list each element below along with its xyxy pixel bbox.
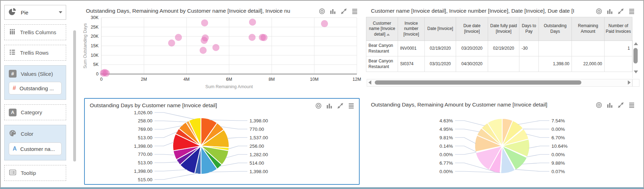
pie-label-leader [455,138,476,144]
menu-icon[interactable] [628,8,635,15]
values-field-chip[interactable]: # Outstanding ... [9,82,62,94]
vertical-scroll-thumb[interactable] [633,48,638,63]
pie-panel-percent: Outstanding Days, Remaining Amount by Cu… [366,98,639,187]
scatter-point[interactable] [103,70,110,77]
pie-slice-label: 6.77% [440,160,453,166]
table-cell: 03/20/2020 [456,41,488,56]
pie-label-leader [209,171,248,172]
pie-slice-label: 770.00 [138,152,152,157]
bar-chart-icon[interactable] [329,8,336,15]
panel-title: Outstanding Days, Remaining Amount by Cu… [371,102,588,108]
table-header-cell[interactable]: Number of Paid Invoices [605,17,632,41]
scroll-left-arrow-icon[interactable] [368,80,371,85]
scatter-point[interactable] [201,19,208,26]
table-cell: Bear Canyon Restaurant [366,56,398,72]
target-icon[interactable] [595,8,602,15]
table-cell: Bear Canyon Restaurant [366,41,398,56]
target-icon[interactable] [315,102,322,109]
hash-icon: # [13,85,16,92]
table-horizontal-scrollbar[interactable] [367,79,632,87]
table-header-cell[interactable]: Date [Invoice] [425,17,456,41]
scroll-down-arrow-icon[interactable] [634,71,638,73]
table-header-cell[interactable]: Customer name [Invoice detail] [366,17,398,41]
menu-icon[interactable] [351,8,358,15]
table-header-cell[interactable]: Due date [Invoice] [456,17,488,41]
x-axis-title: Sum Remaining Amount [206,84,253,89]
table-header-cell[interactable]: Outstanding Days [539,17,572,41]
color-field-name: Customer na... [20,146,55,152]
sidebar-item-label: Tooltip [21,170,36,176]
bar-chart-icon[interactable] [326,102,333,109]
pie-slice-label: 513.00 [138,160,152,165]
pie-slice-label: 1,398.00 [250,118,268,123]
table-vertical-scrollbar[interactable] [632,40,639,78]
pie-slice-label: 769.00 [138,127,152,132]
pie-slice-label: 0.00% [551,152,565,157]
expand-icon[interactable] [617,8,624,15]
table-header-cell[interactable]: Invoice number [Invoice] [398,17,425,41]
sidebar-section-color[interactable]: Color A Customer na... [4,125,66,160]
expand-icon[interactable] [340,8,347,15]
scatter-point[interactable] [168,39,175,47]
pie-label-leader [227,138,248,138]
panel-toolbar [591,8,635,15]
sidebar-item-category[interactable]: A Category [4,104,66,120]
scatter-point[interactable] [321,20,328,27]
color-field-chip[interactable]: A Customer na... [9,142,62,155]
scatter-point[interactable] [260,34,267,41]
scatter-panel: Outstanding Days, Remaining Amount by Cu… [81,4,362,95]
pie-label-leader [526,154,549,157]
sidebar-item-trellis-rows[interactable]: Trellis Rows [4,45,66,61]
pie-label-leader [518,121,549,124]
palette-icon [9,129,17,138]
scatter-point[interactable] [248,34,255,41]
expand-icon[interactable] [617,102,624,109]
sidebar-item-label: Color [21,131,33,137]
scroll-right-arrow-icon[interactable] [628,80,631,85]
pie-label-leader [455,152,476,154]
sidebar-item-trellis-columns[interactable]: Trellis Columns [4,24,66,40]
pie-slice-label: 1,026.00 [134,110,152,115]
menu-icon[interactable] [348,102,355,109]
pie-label-leader [455,121,485,126]
x-tick-label: 12M [353,77,361,82]
y-tick-label: 30K [91,15,99,20]
pie-label-leader [154,112,195,119]
table-header-cell[interactable]: Date fully paid [Invoice] [488,17,519,41]
table-header-cell[interactable]: Remaining Amount [572,17,605,41]
bar-chart-icon[interactable] [606,102,613,109]
table-header-cell[interactable]: Days to Pay [519,17,539,41]
scatter-point[interactable] [200,47,207,54]
pie-slice-label: 1,537.00 [250,135,268,140]
sidebar-item-tooltip[interactable]: Tooltip [4,165,66,181]
pie-label-leader [154,121,188,122]
table-cell: 02/19/2020 [488,41,519,56]
scatter-point[interactable] [175,34,182,41]
chart-type-dropdown[interactable]: Pie [4,5,66,20]
scatter-point[interactable] [249,19,256,26]
menu-icon[interactable] [628,102,635,109]
pie-slice-label: 4.95% [440,127,453,132]
table-row: Bear Canyon RestaurantSI037403/31/202004… [366,56,632,72]
scatter-point[interactable] [201,37,208,44]
expand-icon[interactable] [337,102,344,109]
pie-label-leader [154,170,187,171]
x-tick-label: 8M [269,77,274,82]
horizontal-scroll-thumb[interactable] [375,80,581,85]
pie-panel-selected[interactable]: Outstanding Days by Customer name [Invoi… [84,98,360,185]
sidebar-scrollbar[interactable] [73,30,76,161]
pie-slice-label: 770.00 [250,127,264,132]
pie-label-leader [154,162,179,163]
pie-slice-label: 258.00 [138,118,152,123]
invoice-table-viewport: Customer name [Invoice detail]Invoice nu… [366,17,639,79]
scrollbar-corner [632,79,639,87]
bar-chart-icon[interactable] [606,8,613,15]
pie-label-leader [154,142,174,146]
target-icon[interactable] [318,8,326,15]
pie-slice-label: 0.00% [440,152,453,157]
target-icon[interactable] [595,102,602,109]
scroll-up-arrow-icon[interactable] [634,42,638,45]
panel-toolbar [314,8,358,15]
scatter-point[interactable] [212,44,219,51]
sidebar-section-values-slice[interactable]: # Values (Slice) # Outstanding ... [4,65,66,100]
